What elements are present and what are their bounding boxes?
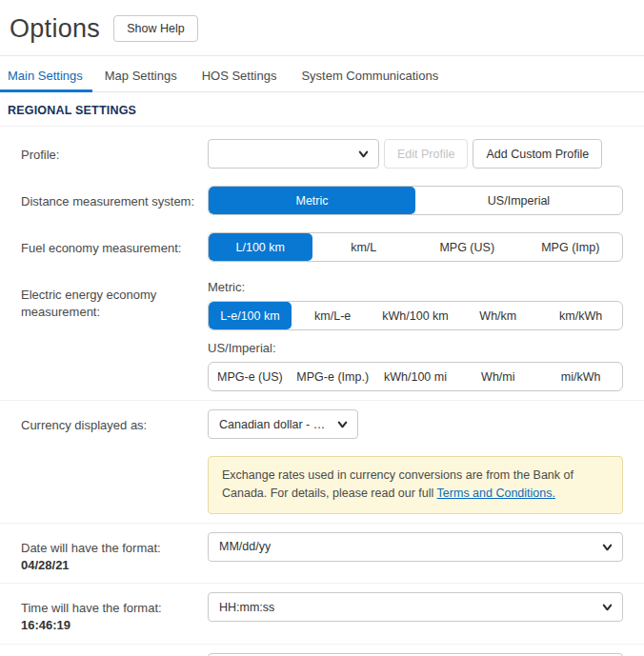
- date-preview: 04/28/21: [21, 558, 70, 572]
- chevron-down-icon: [336, 418, 349, 430]
- page-title: Options: [10, 12, 100, 45]
- chevron-down-icon: [357, 148, 370, 160]
- distance-option-us-imperial[interactable]: US/Imperial: [415, 187, 622, 214]
- profile-select[interactable]: [208, 139, 379, 169]
- fuel-row: Fuel economy measurement: L/100 km km/L …: [0, 224, 644, 270]
- edit-profile-button[interactable]: Edit Profile: [384, 139, 468, 169]
- electric-option-mpge-imp[interactable]: MPG-e (Imp.): [292, 363, 374, 390]
- electric-option-kwh-100km[interactable]: kWh/100 km: [374, 302, 457, 329]
- chevron-down-icon: [601, 601, 614, 613]
- regional-settings-form: Profile: Edit Profile Add Custom Profile…: [0, 127, 644, 656]
- distance-option-metric[interactable]: Metric: [209, 187, 415, 214]
- tab-main-settings[interactable]: Main Settings: [0, 56, 92, 92]
- notice-row: Exchange rates used in currency conversi…: [0, 447, 644, 523]
- profile-row: Profile: Edit Profile Add Custom Profile: [0, 130, 644, 177]
- distance-segmented-control: Metric US/Imperial: [208, 186, 623, 215]
- electric-imperial-label: US/Imperial:: [208, 341, 623, 355]
- time-zone-row: Time zone: 04/28/21 16:46:19 America/New…: [0, 644, 644, 656]
- terms-and-conditions-link[interactable]: Terms and Conditions.: [437, 487, 555, 500]
- fuel-option-km-l[interactable]: km/L: [312, 233, 416, 261]
- time-format-select-value: HH:mm:ss: [219, 601, 274, 614]
- fuel-option-l-100km[interactable]: L/100 km: [209, 233, 312, 261]
- date-format-row: Date will have the format: 04/28/21 MM/d…: [0, 523, 644, 583]
- electric-metric-label: Metric:: [208, 280, 623, 294]
- time-format-label: Time will have the format: 16:46:19: [21, 592, 208, 634]
- currency-select[interactable]: Canadian dollar - CAD: [208, 409, 358, 439]
- electric-option-mi-kwh[interactable]: mi/kWh: [539, 363, 622, 390]
- date-format-label: Date will have the format: 04/28/21: [21, 532, 208, 574]
- tab-bar: Main Settings Map Settings HOS Settings …: [0, 56, 644, 92]
- currency-row: Currency displayed as: Canadian dollar -…: [0, 400, 644, 447]
- page-header: Options Show Help: [0, 0, 644, 56]
- fuel-label: Fuel economy measurement:: [21, 232, 208, 257]
- electric-option-mpge-us[interactable]: MPG-e (US): [209, 363, 292, 390]
- tab-map-settings[interactable]: Map Settings: [92, 56, 190, 92]
- electric-metric-segmented-control: L-e/100 km km/L-e kWh/100 km Wh/km km/kW…: [208, 301, 623, 330]
- date-format-select[interactable]: MM/dd/yy: [208, 532, 623, 562]
- time-preview: 16:46:19: [21, 618, 70, 632]
- fuel-option-mpg-us[interactable]: MPG (US): [415, 233, 519, 261]
- show-help-button[interactable]: Show Help: [113, 15, 197, 42]
- exchange-rate-notice: Exchange rates used in currency conversi…: [208, 456, 623, 514]
- notice-spacer: [21, 456, 208, 464]
- time-zone-label: Time zone: 04/28/21 16:46:19: [21, 653, 208, 656]
- electric-label: Electric energy economy measurement:: [21, 279, 208, 321]
- currency-select-value: Canadian dollar - CAD: [219, 418, 329, 431]
- electric-row: Electric energy economy measurement: Met…: [0, 270, 644, 400]
- electric-option-km-le[interactable]: km/L-e: [292, 302, 374, 329]
- time-zone-select[interactable]: America/New_York: [208, 653, 623, 656]
- add-custom-profile-button[interactable]: Add Custom Profile: [473, 139, 602, 169]
- electric-option-km-kwh[interactable]: km/kWh: [539, 302, 622, 329]
- time-format-select[interactable]: HH:mm:ss: [208, 592, 623, 622]
- electric-imperial-segmented-control: MPG-e (US) MPG-e (Imp.) kWh/100 mi Wh/mi…: [208, 362, 623, 391]
- electric-option-wh-km[interactable]: Wh/km: [456, 302, 539, 329]
- currency-label: Currency displayed as:: [21, 409, 208, 434]
- time-format-row: Time will have the format: 16:46:19 HH:m…: [0, 583, 644, 643]
- electric-option-kwh-100mi[interactable]: kWh/100 mi: [374, 363, 457, 390]
- distance-label: Distance measurement system:: [21, 186, 208, 210]
- distance-row: Distance measurement system: Metric US/I…: [0, 177, 644, 224]
- tab-system-communications[interactable]: System Communications: [289, 56, 451, 92]
- chevron-down-icon: [601, 541, 614, 553]
- fuel-option-mpg-imp[interactable]: MPG (Imp): [519, 233, 623, 261]
- electric-option-wh-mi[interactable]: Wh/mi: [456, 363, 539, 390]
- date-format-select-value: MM/dd/yy: [219, 540, 271, 553]
- tab-hos-settings[interactable]: HOS Settings: [190, 56, 290, 92]
- section-title-regional-settings: REGIONAL SETTINGS: [0, 92, 644, 127]
- profile-label: Profile:: [21, 139, 208, 164]
- electric-option-le-100km[interactable]: L-e/100 km: [209, 302, 292, 329]
- fuel-segmented-control: L/100 km km/L MPG (US) MPG (Imp): [208, 232, 623, 262]
